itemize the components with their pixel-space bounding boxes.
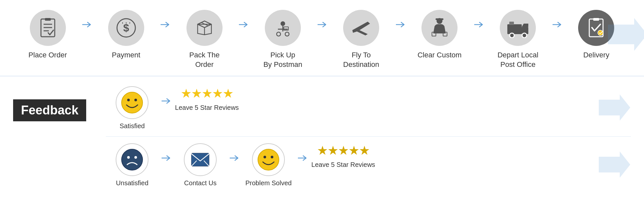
- unsatisfied-stars-icon: ★★★★★: [317, 143, 369, 158]
- fb-arrow-unsat-3: [298, 143, 307, 161]
- step-pack-order-label: Pack TheOrder: [189, 50, 220, 69]
- svg-marker-11: [198, 24, 211, 28]
- unsatisfied-label: Unsatisfied: [116, 179, 148, 187]
- step-place-order-icon: [30, 10, 66, 46]
- unsatisfied-step: Unsatisfied: [106, 143, 158, 187]
- step-pickup-icon: [265, 10, 301, 46]
- unsatisfied-stars-label: Leave 5 Star Reviews: [311, 161, 375, 169]
- svg-point-35: [134, 99, 137, 101]
- feedback-section: Feedback Satisfied: [0, 76, 644, 200]
- bg-arrow-unsat: [598, 151, 631, 179]
- arrow-4: [318, 10, 327, 28]
- feedback-flows: Satisfied ★★★★★ Leave 5 Star Reviews: [106, 80, 631, 193]
- svg-point-31: [598, 30, 603, 35]
- satisfied-stars-step: ★★★★★ Leave 5 Star Reviews: [174, 86, 240, 111]
- fb-arrow-unsat-2: [230, 143, 239, 161]
- step-place-order: Place Order: [13, 10, 82, 60]
- satisfied-label: Satisfied: [120, 122, 145, 130]
- step-depart-post-label: Depart LocalPost Office: [498, 50, 538, 69]
- arrow-3: [239, 10, 248, 28]
- unsatisfied-icon: [116, 143, 148, 176]
- arrow-5: [396, 10, 405, 28]
- step-pack-order-icon: [186, 10, 223, 46]
- svg-point-27: [522, 33, 527, 38]
- svg-marker-46: [599, 151, 630, 178]
- contact-us-step: Contact Us: [174, 143, 226, 187]
- contact-us-label: Contact Us: [184, 179, 217, 187]
- step-clear-custom: Clear Custom: [405, 10, 474, 60]
- arrow-2: [161, 10, 170, 28]
- unsatisfied-row: Unsatisfied Contact Us: [106, 136, 631, 193]
- fb-arrow-unsat-1: [162, 143, 171, 161]
- step-fly: Fly ToDestination: [327, 10, 396, 69]
- step-fly-label: Fly ToDestination: [343, 50, 379, 69]
- step-pack-order: Pack TheOrder: [170, 10, 239, 69]
- satisfied-step: Satisfied: [106, 86, 158, 130]
- problem-solved-label: Problem Solved: [245, 179, 292, 187]
- arrow-1: [82, 10, 91, 28]
- satisfied-icon: [116, 86, 148, 119]
- satisfied-row: Satisfied ★★★★★ Leave 5 Star Reviews: [106, 80, 631, 136]
- top-flow: Place Order $ Payment: [0, 0, 644, 76]
- step-delivery: Delivery: [562, 10, 631, 60]
- problem-solved-step: Problem Solved: [242, 143, 295, 187]
- svg-rect-28: [509, 22, 514, 25]
- svg-rect-4: [45, 18, 51, 21]
- fb-arrow-sat-1: [162, 86, 171, 104]
- svg-point-43: [258, 149, 279, 170]
- svg-point-34: [127, 99, 130, 101]
- svg-point-37: [122, 149, 143, 170]
- svg-text:$: $: [123, 22, 129, 34]
- svg-point-17: [277, 32, 281, 36]
- svg-point-45: [271, 156, 273, 158]
- step-depart-post-icon: [500, 10, 536, 46]
- svg-rect-40: [191, 153, 209, 166]
- svg-rect-21: [436, 18, 443, 20]
- svg-rect-24: [507, 24, 522, 34]
- arrow-7: [553, 10, 562, 28]
- step-depart-post: Depart LocalPost Office: [483, 10, 553, 69]
- unsatisfied-stars-step: ★★★★★ Leave 5 Star Reviews: [310, 143, 376, 169]
- svg-point-18: [285, 32, 289, 36]
- step-clear-custom-icon: [421, 10, 458, 46]
- step-payment: $ Payment: [91, 10, 161, 60]
- step-payment-label: Payment: [112, 50, 140, 60]
- bg-arrow-sat: [598, 94, 631, 122]
- step-place-order-label: Place Order: [29, 50, 67, 60]
- step-payment-icon: $: [108, 10, 144, 46]
- svg-point-44: [263, 156, 266, 158]
- feedback-label: Feedback: [13, 99, 86, 121]
- problem-solved-icon: [252, 143, 285, 176]
- svg-point-39: [134, 156, 137, 159]
- step-delivery-label: Delivery: [583, 50, 609, 60]
- step-fly-icon: [343, 10, 379, 46]
- svg-point-38: [127, 156, 130, 159]
- contact-us-icon: [184, 143, 217, 176]
- step-clear-custom-label: Clear Custom: [418, 50, 461, 60]
- step-pickup: Pick UpBy Postman: [248, 10, 317, 69]
- satisfied-stars-icon: ★★★★★: [181, 86, 233, 101]
- satisfied-stars-label: Leave 5 Star Reviews: [175, 104, 239, 111]
- svg-rect-30: [593, 18, 599, 21]
- arrow-6: [474, 10, 483, 28]
- svg-marker-36: [599, 94, 630, 121]
- svg-point-26: [510, 33, 514, 38]
- step-pickup-label: Pick UpBy Postman: [263, 50, 302, 69]
- step-delivery-icon: [578, 10, 614, 46]
- svg-point-33: [122, 92, 143, 113]
- svg-point-14: [281, 21, 285, 26]
